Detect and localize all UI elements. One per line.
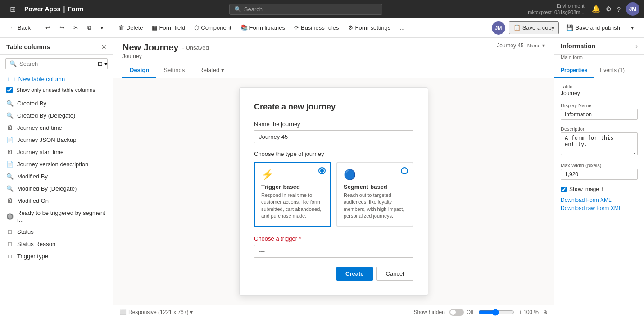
show-unused-label[interactable]: Show only unused table columns <box>16 87 95 93</box>
show-image-checkbox[interactable] <box>561 187 567 192</box>
trigger-name: Trigger-based <box>261 183 324 190</box>
left-panel-title: Table columns <box>6 43 50 50</box>
trigger-based-card[interactable]: ⚡ Trigger-based Respond in real time to … <box>254 162 331 227</box>
component-button[interactable]: ⬡ Component <box>190 22 235 33</box>
download-raw-xml-link[interactable]: Download raw Form XML <box>561 205 638 211</box>
zoom-slider[interactable] <box>478 309 514 316</box>
app-title: Form <box>68 5 83 13</box>
more-button[interactable]: ... <box>396 22 408 33</box>
column-name: Modified By <box>17 173 48 180</box>
settings-icon[interactable]: ⚙ <box>606 5 612 13</box>
form-settings-button[interactable]: ⚙ Form settings <box>345 22 395 33</box>
cut-button[interactable]: ✂ <box>70 22 82 33</box>
tab-properties[interactable]: Properties <box>554 64 594 78</box>
bottom-bar-right: Show hidden Off + 100 % ⊕ <box>413 309 548 316</box>
display-name-label: Display Name <box>561 103 638 108</box>
list-item[interactable]: □ Status Reason <box>0 238 113 250</box>
form-title-row: New Journey - Unsaved Journey Journey 45… <box>122 42 545 61</box>
apps-grid-icon[interactable]: ⊞ <box>5 1 21 17</box>
form-name-badge[interactable]: Journey 45 Name ▾ <box>497 42 545 49</box>
left-panel-header: Table columns ✕ <box>0 38 113 55</box>
save-copy-icon: 📋 <box>513 24 521 31</box>
list-item[interactable]: 🗓 Journey start time <box>0 146 113 158</box>
list-item[interactable]: 🗓 Modified On <box>0 195 113 207</box>
close-panel-button[interactable]: ✕ <box>101 43 107 50</box>
chevron-down-icon: ▾ <box>542 42 545 49</box>
form-field-button[interactable]: ▦ Form field <box>148 22 189 33</box>
list-item[interactable]: 📄 Journey JSON Backup <box>0 134 113 146</box>
list-item[interactable]: 🔘 Ready to be triggered by segment r... <box>0 207 113 226</box>
table-label: Table <box>561 84 638 89</box>
name-label: Name the journey <box>254 121 413 128</box>
tab-related[interactable]: Related ▾ <box>192 63 231 78</box>
user-avatar[interactable]: JM <box>626 2 639 16</box>
list-item[interactable]: 📄 Journey version description <box>0 158 113 170</box>
delete-icon: 🗑 <box>118 24 124 31</box>
tab-design[interactable]: Design <box>122 63 156 78</box>
tab-events[interactable]: Events (1) <box>594 64 631 78</box>
help-icon[interactable]: ? <box>617 5 621 13</box>
toggle-track[interactable] <box>449 309 464 316</box>
segment-based-card[interactable]: 🔵 Segment-based Reach out to targeted au… <box>336 162 413 227</box>
list-item[interactable]: 🔍 Modified By (Delegate) <box>0 182 113 195</box>
list-item[interactable]: 🗓 Journey end time <box>0 122 113 134</box>
list-item[interactable]: 🔍 Created By <box>0 97 113 109</box>
segment-name: Segment-based <box>344 183 406 190</box>
right-panel-subtitle: Main form <box>554 55 644 64</box>
download-form-xml-link[interactable]: Download Form XML <box>561 197 638 203</box>
undo-icon: ↩ <box>45 24 50 31</box>
undo-button[interactable]: ↩ <box>42 22 54 33</box>
publish-dropdown-button[interactable]: ▾ <box>627 22 638 33</box>
tab-settings[interactable]: Settings <box>156 63 192 78</box>
show-image-label[interactable]: Show image <box>569 186 599 192</box>
show-hidden-toggle[interactable]: Off <box>449 309 474 316</box>
dropdown-button[interactable]: ▾ <box>97 22 107 33</box>
copy-button[interactable]: ⧉ <box>84 22 95 34</box>
column-type-icon: □ <box>6 241 14 247</box>
cancel-button[interactable]: Cancel <box>376 267 413 281</box>
search-container: 🔍 <box>229 4 382 15</box>
save-publish-button[interactable]: 💾 Save and publish <box>562 22 624 33</box>
show-hidden-label: Show hidden <box>413 309 444 315</box>
display-name-input[interactable] <box>561 109 638 120</box>
tab-related-label: Related <box>199 67 219 73</box>
business-rules-button[interactable]: ⟳ Business rules <box>290 22 343 33</box>
responsive-dropdown-icon: ▾ <box>190 309 193 315</box>
show-image-info-icon[interactable]: ℹ <box>602 186 604 192</box>
column-name: Modified On <box>17 197 49 204</box>
column-type-icon: 🔍 <box>6 173 14 180</box>
required-star: * <box>299 235 301 242</box>
show-unused-checkbox[interactable] <box>6 87 13 93</box>
list-item[interactable]: 🔍 Modified By <box>0 170 113 182</box>
column-type-icon: 🔍 <box>6 100 14 107</box>
editor-avatar[interactable]: JM <box>492 21 505 35</box>
journey-name-input[interactable] <box>254 130 413 143</box>
responsive-label[interactable]: ⬜ Responsive (1221 x 767) ▾ <box>120 309 193 315</box>
form-subtitle: Journey <box>122 53 142 59</box>
column-type-icon: 📄 <box>6 161 14 168</box>
form-libraries-button[interactable]: 📚 Form libraries <box>237 22 289 33</box>
show-unused-row: Show only unused table columns <box>0 85 113 97</box>
expand-panel-button[interactable]: › <box>635 42 638 50</box>
column-search-input[interactable] <box>19 60 95 67</box>
list-item[interactable]: 🔍 Created By (Delegate) <box>0 109 113 122</box>
description-textarea[interactable]: A form for this entity. <box>561 132 638 155</box>
redo-button[interactable]: ↪ <box>56 22 68 33</box>
zoom-fit-icon[interactable]: ⊕ <box>543 309 548 315</box>
list-item[interactable]: □ Trigger type <box>0 250 113 262</box>
bell-icon[interactable]: 🔔 <box>592 5 600 13</box>
trigger-input[interactable] <box>254 245 413 258</box>
publish-icon: 💾 <box>566 24 573 31</box>
save-copy-button[interactable]: 📋 Save a copy <box>509 21 559 34</box>
delete-button[interactable]: 🗑 Delete <box>115 22 147 33</box>
max-width-input[interactable] <box>561 169 638 180</box>
search-input[interactable] <box>244 6 377 13</box>
filter-icon[interactable]: ⊟ <box>98 60 103 67</box>
show-image-row: Show image ℹ <box>561 186 638 192</box>
new-table-column-button[interactable]: + + New table column <box>0 73 113 85</box>
create-button[interactable]: Create <box>336 267 372 281</box>
trigger-radio <box>318 167 326 174</box>
list-item[interactable]: □ Status <box>0 226 113 238</box>
back-button[interactable]: ← Back <box>6 22 34 33</box>
filter-dropdown-icon[interactable]: ▾ <box>104 60 108 67</box>
